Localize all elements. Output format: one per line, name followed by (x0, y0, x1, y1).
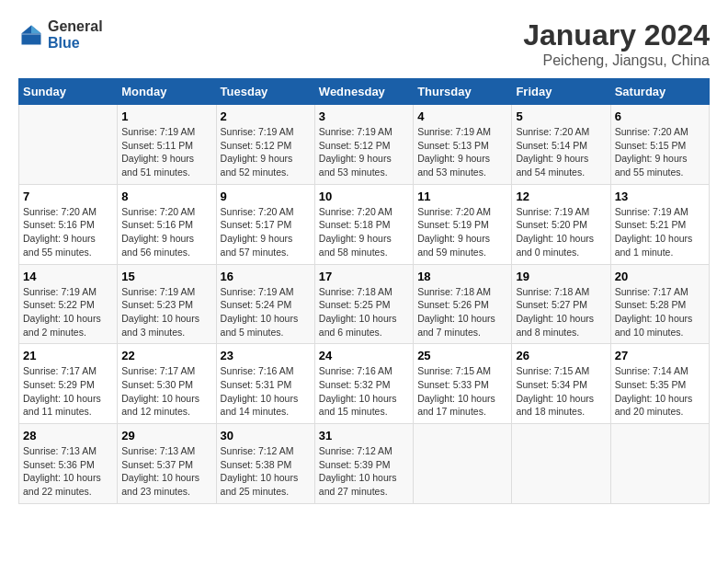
day-number: 3 (319, 109, 409, 123)
day-number: 9 (221, 190, 311, 203)
calendar-cell: 18Sunrise: 7:18 AMSunset: 5:26 PMDayligh… (414, 264, 512, 344)
calendar-cell: 4Sunrise: 7:19 AMSunset: 5:13 PMDaylight… (414, 105, 512, 185)
day-info: Sunrise: 7:19 AMSunset: 5:23 PMDaylight:… (121, 285, 211, 339)
day-number: 18 (417, 270, 507, 283)
logo-icon (18, 22, 44, 48)
calendar-cell: 14Sunrise: 7:19 AMSunset: 5:22 PMDayligh… (19, 264, 118, 344)
logo-text: General Blue (48, 18, 103, 51)
calendar-cell: 6Sunrise: 7:20 AMSunset: 5:15 PMDaylight… (610, 105, 709, 185)
day-number: 29 (121, 429, 211, 442)
day-number: 4 (417, 109, 507, 123)
day-number: 6 (615, 109, 705, 123)
day-info: Sunrise: 7:15 AMSunset: 5:33 PMDaylight:… (417, 364, 507, 419)
day-info: Sunrise: 7:13 AMSunset: 5:36 PMDaylight:… (23, 444, 113, 499)
calendar-cell: 8Sunrise: 7:20 AMSunset: 5:16 PMDaylight… (118, 184, 216, 264)
day-info: Sunrise: 7:17 AMSunset: 5:28 PMDaylight:… (615, 285, 705, 339)
day-number: 25 (417, 349, 507, 362)
header-wednesday: Wednesday (314, 79, 413, 105)
day-info: Sunrise: 7:20 AMSunset: 5:16 PMDaylight:… (121, 205, 211, 259)
day-number: 12 (516, 190, 606, 203)
header-row: SundayMondayTuesdayWednesdayThursdayFrid… (19, 79, 710, 105)
day-info: Sunrise: 7:19 AMSunset: 5:12 PMDaylight:… (221, 125, 311, 179)
day-info: Sunrise: 7:15 AMSunset: 5:34 PMDaylight:… (516, 364, 606, 419)
svg-marker-1 (31, 25, 41, 33)
day-number: 17 (319, 270, 409, 283)
header-friday: Friday (512, 79, 610, 105)
calendar-cell: 31Sunrise: 7:12 AMSunset: 5:39 PMDayligh… (314, 424, 413, 504)
day-info: Sunrise: 7:18 AMSunset: 5:27 PMDaylight:… (516, 285, 606, 339)
calendar-cell (19, 105, 118, 185)
day-info: Sunrise: 7:13 AMSunset: 5:37 PMDaylight:… (121, 444, 211, 499)
day-info: Sunrise: 7:16 AMSunset: 5:32 PMDaylight:… (319, 364, 409, 419)
day-info: Sunrise: 7:12 AMSunset: 5:38 PMDaylight:… (221, 444, 311, 499)
day-number: 10 (319, 190, 409, 203)
logo-blue: Blue (48, 35, 103, 52)
day-number: 22 (121, 349, 211, 362)
calendar-cell (610, 424, 709, 504)
day-number: 21 (23, 349, 113, 362)
day-info: Sunrise: 7:19 AMSunset: 5:22 PMDaylight:… (23, 285, 113, 339)
day-info: Sunrise: 7:19 AMSunset: 5:21 PMDaylight:… (615, 205, 705, 259)
calendar-title: January 2024 (523, 18, 710, 52)
svg-rect-2 (22, 33, 41, 35)
day-number: 7 (23, 190, 113, 203)
day-number: 28 (23, 429, 113, 442)
day-info: Sunrise: 7:19 AMSunset: 5:12 PMDaylight:… (319, 125, 409, 179)
day-number: 14 (23, 270, 113, 283)
calendar-cell: 11Sunrise: 7:20 AMSunset: 5:19 PMDayligh… (414, 184, 512, 264)
day-number: 15 (121, 270, 211, 283)
day-info: Sunrise: 7:12 AMSunset: 5:39 PMDaylight:… (319, 444, 409, 499)
calendar-cell: 22Sunrise: 7:17 AMSunset: 5:30 PMDayligh… (118, 344, 216, 424)
calendar-cell: 30Sunrise: 7:12 AMSunset: 5:38 PMDayligh… (216, 424, 314, 504)
calendar-table: SundayMondayTuesdayWednesdayThursdayFrid… (18, 78, 710, 504)
day-info: Sunrise: 7:20 AMSunset: 5:17 PMDaylight:… (221, 205, 311, 259)
calendar-cell: 5Sunrise: 7:20 AMSunset: 5:14 PMDaylight… (512, 105, 610, 185)
day-number: 16 (221, 270, 311, 283)
calendar-cell: 1Sunrise: 7:19 AMSunset: 5:11 PMDaylight… (118, 105, 216, 185)
calendar-cell: 21Sunrise: 7:17 AMSunset: 5:29 PMDayligh… (19, 344, 118, 424)
day-number: 5 (516, 109, 606, 123)
calendar-cell: 12Sunrise: 7:19 AMSunset: 5:20 PMDayligh… (512, 184, 610, 264)
day-info: Sunrise: 7:16 AMSunset: 5:31 PMDaylight:… (221, 364, 311, 419)
day-number: 30 (221, 429, 311, 442)
day-info: Sunrise: 7:20 AMSunset: 5:14 PMDaylight:… (516, 125, 606, 179)
day-number: 31 (319, 429, 409, 442)
day-info: Sunrise: 7:17 AMSunset: 5:30 PMDaylight:… (121, 364, 211, 419)
day-info: Sunrise: 7:19 AMSunset: 5:20 PMDaylight:… (516, 205, 606, 259)
calendar-cell: 2Sunrise: 7:19 AMSunset: 5:12 PMDaylight… (216, 105, 314, 185)
calendar-cell: 19Sunrise: 7:18 AMSunset: 5:27 PMDayligh… (512, 264, 610, 344)
day-number: 26 (516, 349, 606, 362)
day-number: 19 (516, 270, 606, 283)
header-monday: Monday (118, 79, 216, 105)
calendar-cell: 16Sunrise: 7:19 AMSunset: 5:24 PMDayligh… (216, 264, 314, 344)
day-info: Sunrise: 7:19 AMSunset: 5:24 PMDaylight:… (221, 285, 311, 339)
day-info: Sunrise: 7:20 AMSunset: 5:16 PMDaylight:… (23, 205, 113, 259)
header-tuesday: Tuesday (216, 79, 314, 105)
calendar-cell (512, 424, 610, 504)
header: General Blue January 2024 Peicheng, Jian… (18, 18, 710, 69)
day-info: Sunrise: 7:19 AMSunset: 5:13 PMDaylight:… (417, 125, 507, 179)
header-sunday: Sunday (19, 79, 118, 105)
calendar-cell: 24Sunrise: 7:16 AMSunset: 5:32 PMDayligh… (314, 344, 413, 424)
day-number: 13 (615, 190, 705, 203)
calendar-subtitle: Peicheng, Jiangsu, China (523, 52, 710, 69)
calendar-cell: 27Sunrise: 7:14 AMSunset: 5:35 PMDayligh… (610, 344, 709, 424)
logo-general: General (48, 18, 103, 35)
day-info: Sunrise: 7:14 AMSunset: 5:35 PMDaylight:… (615, 364, 705, 419)
day-number: 20 (615, 270, 705, 283)
calendar-cell: 17Sunrise: 7:18 AMSunset: 5:25 PMDayligh… (314, 264, 413, 344)
calendar-cell: 3Sunrise: 7:19 AMSunset: 5:12 PMDaylight… (314, 105, 413, 185)
calendar-cell: 9Sunrise: 7:20 AMSunset: 5:17 PMDaylight… (216, 184, 314, 264)
week-row-2: 7Sunrise: 7:20 AMSunset: 5:16 PMDaylight… (19, 184, 710, 264)
day-number: 23 (221, 349, 311, 362)
week-row-1: 1Sunrise: 7:19 AMSunset: 5:11 PMDaylight… (19, 105, 710, 185)
day-info: Sunrise: 7:18 AMSunset: 5:26 PMDaylight:… (417, 285, 507, 339)
calendar-cell: 15Sunrise: 7:19 AMSunset: 5:23 PMDayligh… (118, 264, 216, 344)
calendar-cell: 20Sunrise: 7:17 AMSunset: 5:28 PMDayligh… (610, 264, 709, 344)
day-number: 1 (121, 109, 211, 123)
calendar-cell: 23Sunrise: 7:16 AMSunset: 5:31 PMDayligh… (216, 344, 314, 424)
week-row-5: 28Sunrise: 7:13 AMSunset: 5:36 PMDayligh… (19, 424, 710, 504)
day-number: 24 (319, 349, 409, 362)
header-thursday: Thursday (414, 79, 512, 105)
logo: General Blue (18, 18, 103, 51)
